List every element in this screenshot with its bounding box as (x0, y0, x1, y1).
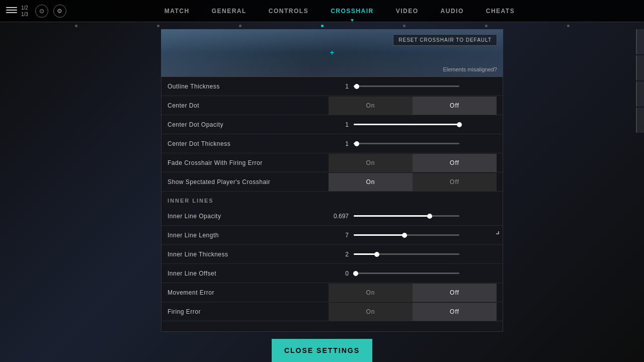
nav-dot-crosshair (321, 25, 324, 27)
inner-lines-section-header: INNER LINES (162, 192, 503, 207)
inner-line-thickness-label: Inner Line Thickness (168, 251, 329, 258)
inner-line-length-row: Inner Line Length 7 (162, 226, 503, 245)
inner-line-thickness-thumb[interactable] (374, 252, 379, 257)
inner-line-opacity-slider[interactable] (354, 215, 459, 217)
outline-thickness-control[interactable] (354, 85, 497, 87)
cursor-indicator (496, 231, 499, 234)
inner-line-offset-row: Inner Line Offset 0 (162, 264, 503, 283)
settings-container: + RESET CROSSHAIR TO DEFAULT Elements mi… (161, 29, 503, 332)
center-dot-thickness-control[interactable] (354, 143, 497, 144)
center-dot-thickness-label: Center Dot Thickness (168, 140, 329, 147)
right-mini-box-2 (636, 55, 644, 80)
nav-left-section: 1/2 1/3 ⊙ ⚙ (0, 5, 75, 18)
center-dot-thickness-thumb[interactable] (354, 141, 359, 146)
nav-item-audio[interactable]: AUDIO (430, 0, 475, 22)
close-settings-button[interactable]: CLOSE SETTINGS (272, 339, 372, 362)
settings-icon[interactable]: ⚙ (53, 5, 66, 18)
outline-thickness-value: 1 (329, 83, 354, 90)
fade-crosshair-row: Fade Crosshair With Firing Error On Off (162, 153, 503, 172)
inner-line-length-fill (354, 234, 405, 236)
nav-dots-row (0, 22, 644, 29)
crosshair-preview-area: + RESET CROSSHAIR TO DEFAULT Elements mi… (161, 29, 503, 77)
firing-error-off-button[interactable]: Off (413, 303, 497, 321)
outline-thickness-row: Outline Thickness 1 (162, 77, 503, 96)
fade-crosshair-toggle-group: On Off (329, 154, 497, 172)
center-dot-thickness-slider[interactable] (354, 143, 459, 144)
inner-line-offset-control[interactable] (354, 273, 497, 274)
show-spectated-row: Show Spectated Player's Crosshair On Off (162, 172, 503, 192)
center-dot-opacity-label: Center Dot Opacity (168, 121, 329, 128)
inner-line-length-control[interactable] (354, 234, 497, 236)
inner-line-thickness-control[interactable] (354, 253, 497, 255)
inner-line-offset-value: 0 (329, 270, 354, 277)
nav-item-video[interactable]: VIDEO (385, 0, 430, 22)
inner-line-opacity-control[interactable] (354, 215, 497, 217)
movement-error-row: Movement Error On Off (162, 283, 503, 302)
nav-dot-cheats (567, 25, 570, 27)
agent-info: 1/2 1/3 (21, 5, 28, 18)
hamburger-menu-icon[interactable] (6, 7, 17, 15)
center-dot-opacity-thumb[interactable] (457, 122, 462, 127)
nav-menu: MATCH GENERAL CONTROLS CROSSHAIR VIDEO A… (75, 0, 604, 22)
right-mini-box-4 (636, 108, 644, 133)
nav-dot-video (403, 25, 406, 27)
nav-item-controls[interactable]: CONTROLS (258, 0, 319, 22)
outline-thickness-slider[interactable] (354, 85, 459, 87)
inner-line-thickness-value: 2 (329, 251, 354, 258)
nav-item-match[interactable]: MATCH (153, 0, 201, 22)
nav-dot-controls (239, 25, 242, 27)
center-dot-on-button[interactable]: On (329, 97, 413, 115)
top-navigation: 1/2 1/3 ⊙ ⚙ MATCH GENERAL CONTROLS CROSS… (0, 0, 644, 22)
nav-dot-match (75, 25, 77, 27)
inner-line-opacity-thumb[interactable] (427, 214, 432, 219)
nav-item-cheats[interactable]: CHEATS (475, 0, 526, 22)
inner-line-opacity-label: Inner Line Opacity (168, 213, 329, 220)
inner-line-opacity-fill (354, 215, 430, 217)
fade-crosshair-on-button[interactable]: On (329, 154, 413, 172)
show-spectated-off-button[interactable]: Off (413, 173, 497, 191)
nav-item-crosshair[interactable]: CROSSHAIR (319, 0, 385, 22)
firing-error-toggle-group: On Off (329, 303, 497, 321)
profile-icon[interactable]: ⊙ (35, 5, 48, 18)
settings-scroll-area[interactable]: Outline Thickness 1 Center Dot On Off Ce… (161, 77, 503, 332)
show-spectated-on-button[interactable]: On (329, 173, 413, 191)
nav-dot-audio (485, 25, 488, 27)
inner-line-offset-label: Inner Line Offset (168, 270, 329, 277)
center-dot-thickness-row: Center Dot Thickness 1 (162, 134, 503, 153)
inner-line-length-thumb[interactable] (402, 233, 407, 238)
movement-error-on-button[interactable]: On (329, 284, 413, 302)
agent-ratio-1: 1/2 (21, 5, 28, 11)
inner-line-length-slider[interactable] (354, 234, 459, 236)
center-dot-opacity-control[interactable] (354, 124, 497, 125)
center-dot-thickness-value: 1 (329, 140, 354, 147)
inner-line-thickness-slider[interactable] (354, 253, 459, 255)
right-mini-box-1 (636, 29, 644, 54)
center-dot-label: Center Dot (168, 102, 329, 109)
inner-line-offset-slider[interactable] (354, 273, 459, 274)
center-dot-opacity-fill (354, 124, 459, 125)
movement-error-off-button[interactable]: Off (413, 284, 497, 302)
firing-error-row: Firing Error On Off (162, 302, 503, 321)
nav-dot-general (157, 25, 159, 27)
center-dot-opacity-slider[interactable] (354, 124, 459, 125)
inner-line-offset-thumb[interactable] (353, 271, 358, 276)
movement-error-label: Movement Error (168, 289, 329, 296)
center-dot-row: Center Dot On Off (162, 96, 503, 115)
center-dot-toggle-group: On Off (329, 97, 497, 115)
inner-line-opacity-row: Inner Line Opacity 0.697 (162, 207, 503, 226)
agent-ratio-2: 1/3 (21, 11, 28, 18)
outline-thickness-label: Outline Thickness (168, 83, 329, 90)
elements-misaligned-text: Elements misaligned? (443, 66, 497, 72)
firing-error-on-button[interactable]: On (329, 303, 413, 321)
center-dot-opacity-row: Center Dot Opacity 1 (162, 115, 503, 134)
nav-profile-icons: ⊙ ⚙ (32, 5, 69, 18)
fade-crosshair-off-button[interactable]: Off (413, 154, 497, 172)
reset-crosshair-button[interactable]: RESET CROSSHAIR TO DEFAULT (393, 34, 497, 46)
inner-line-thickness-fill (354, 253, 377, 255)
nav-item-general[interactable]: GENERAL (201, 0, 258, 22)
outline-thickness-thumb[interactable] (354, 84, 359, 89)
inner-line-opacity-value: 0.697 (329, 213, 354, 220)
crosshair-preview-symbol: + (330, 49, 334, 57)
center-dot-off-button[interactable]: Off (413, 97, 497, 115)
center-dot-opacity-value: 1 (329, 121, 354, 128)
